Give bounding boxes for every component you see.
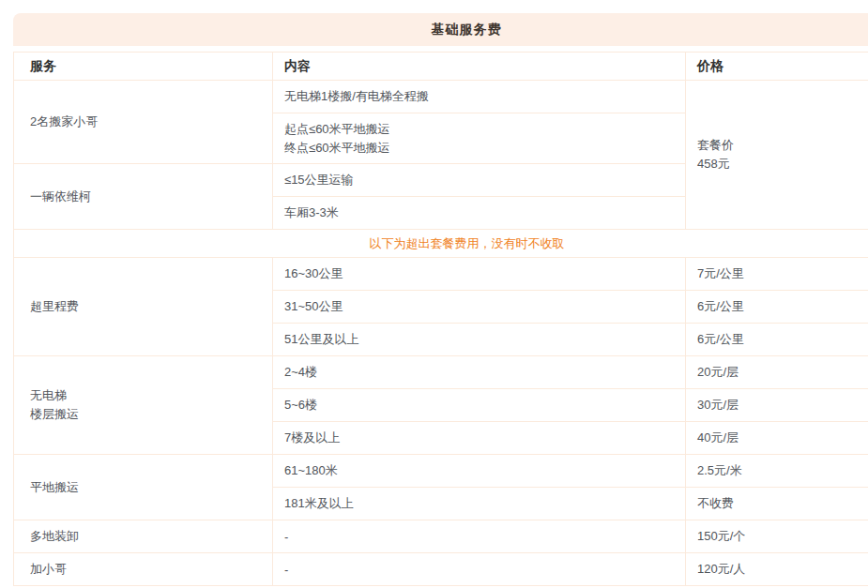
cell-price: 40元/层 (686, 422, 868, 455)
cell-price: 不收费 (686, 488, 868, 520)
cell-service-movers: 2名搬家小哥 (14, 81, 273, 164)
cell-service-extramover: 加小哥 (14, 553, 273, 586)
cell-price: 6元/公里 (686, 324, 868, 356)
cell-price: 2.5元/米 (686, 455, 868, 488)
col-header-price: 价格 (686, 53, 868, 81)
cell-content: - (273, 520, 686, 553)
notice-text: 以下为超出套餐费用，没有时不收取 (14, 230, 868, 258)
table-row: 多地装卸 - 150元/个 (14, 520, 868, 553)
cell-service-van: 一辆依维柯 (14, 164, 273, 230)
cell-service-mileage: 超里程费 (14, 258, 273, 356)
table-row: 超里程费 16~30公里 7元/公里 (14, 258, 868, 291)
cell-content: 起点≤60米平地搬运 终点≤60米平地搬运 (273, 113, 686, 164)
cell-content: 无电梯1楼搬/有电梯全程搬 (273, 81, 686, 113)
cell-service-flat: 平地搬运 (14, 455, 273, 520)
table-row: 平地搬运 61~180米 2.5元/米 (14, 455, 868, 488)
cell-package-price: 套餐价 458元 (686, 81, 868, 230)
cell-content: 181米及以上 (273, 488, 686, 520)
table-row: 加小哥 - 120元/人 (14, 553, 868, 586)
cell-content: 16~30公里 (273, 258, 686, 291)
cell-service-stairs: 无电梯 楼层搬运 (14, 356, 273, 455)
cell-content: - (273, 553, 686, 586)
cell-content: 51公里及以上 (273, 324, 686, 356)
cell-service-multistop: 多地装卸 (14, 520, 273, 553)
cell-content: ≤15公里运输 (273, 164, 686, 197)
cell-price: 30元/层 (686, 389, 868, 422)
cell-content: 7楼及以上 (273, 422, 686, 455)
cell-price: 120元/人 (686, 553, 868, 586)
cell-content: 5~6楼 (273, 389, 686, 422)
cell-content: 61~180米 (273, 455, 686, 488)
cell-price: 6元/公里 (686, 291, 868, 324)
cell-price: 7元/公里 (686, 258, 868, 291)
pricing-panel: 基础服务费 服务 内容 价格 2名搬家小哥 无电梯1楼搬/有电梯全程搬 套餐价 … (13, 13, 868, 586)
col-header-content: 内容 (273, 53, 686, 81)
cell-content: 31~50公里 (273, 291, 686, 324)
notice-row: 以下为超出套餐费用，没有时不收取 (14, 230, 868, 258)
cell-content: 车厢3-3米 (273, 197, 686, 230)
header-row: 服务 内容 价格 (14, 53, 868, 81)
col-header-service: 服务 (14, 53, 273, 81)
cell-content: 2~4楼 (273, 356, 686, 389)
table-row: 无电梯 楼层搬运 2~4楼 20元/层 (14, 356, 868, 389)
table-title: 基础服务费 (432, 22, 502, 38)
pricing-table: 服务 内容 价格 2名搬家小哥 无电梯1楼搬/有电梯全程搬 套餐价 458元 起… (13, 52, 868, 586)
cell-price: 20元/层 (686, 356, 868, 389)
table-title-bar: 基础服务费 (13, 13, 868, 46)
cell-price: 150元/个 (686, 520, 868, 553)
table-row: 2名搬家小哥 无电梯1楼搬/有电梯全程搬 套餐价 458元 (14, 81, 868, 113)
